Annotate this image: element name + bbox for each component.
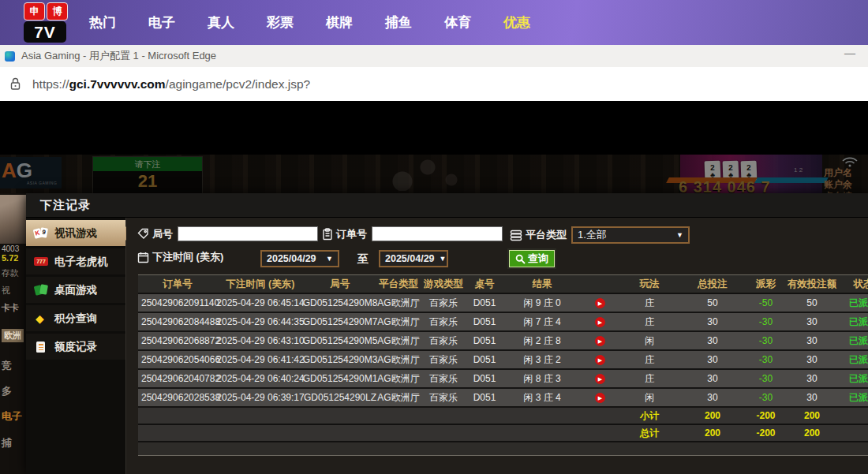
cell-platform-type: AG欧洲厅 — [376, 370, 421, 387]
cell-total-bet: 30 — [681, 332, 744, 349]
nav-item[interactable]: 优惠 — [503, 13, 530, 32]
cell-round-number: GD051254290M3 — [304, 351, 376, 368]
background-menu-item: 电子 — [2, 409, 22, 424]
sidebar-item[interactable]: 电子老虎机 — [26, 248, 125, 274]
cell-status: 已派彩 — [836, 294, 868, 312]
table-header-row: 订单号下注时间 (美东)局号平台类型游戏类型桌号结果玩法总投注派彩有效投注额状态 — [138, 275, 868, 294]
nav-item[interactable]: 热门 — [89, 13, 116, 32]
minimize-button[interactable]: — — [844, 47, 855, 59]
cell-game-type: 百家乐 — [421, 389, 466, 406]
background-menu-item: 卡卡 — [2, 302, 19, 314]
cell-play-type: 庄 — [618, 313, 681, 330]
cell-order-number: 250429062084488 — [138, 313, 217, 330]
column-header: 状态 — [836, 275, 868, 293]
column-header — [582, 275, 618, 293]
sidebar-item[interactable]: 视讯游戏 — [26, 220, 125, 246]
cell-status: 已派彩 — [836, 313, 868, 330]
table-footer-spacer — [138, 442, 868, 456]
cell-bet-time: 2025-04-29 06:40:24 — [217, 370, 304, 387]
sidebar-item-label: 积分查询 — [54, 312, 97, 326]
order-label: 订单号 — [336, 227, 367, 241]
address-bar[interactable]: https://gci.7vvvvvv.com/agingame/pcv2/in… — [0, 67, 868, 103]
sidebar-item-label: 视讯游戏 — [54, 226, 97, 241]
order-input[interactable] — [372, 226, 503, 241]
cell-game-type: 百家乐 — [421, 313, 466, 330]
cell-total-bet: 30 — [681, 313, 744, 330]
sidebar-item[interactable]: 额度记录 — [26, 334, 125, 360]
modal-sidebar: 视讯游戏 电子老虎机 桌面游戏 积分查询 额度记录 — [26, 218, 126, 474]
background-menu-item: 竞 — [2, 359, 12, 373]
cell-result: 闲 2 庄 8 — [503, 332, 582, 349]
cell-play-type: 闲 — [618, 389, 681, 406]
nav-item[interactable]: 捕鱼 — [385, 13, 412, 32]
table-body: 250429062091140 2025-04-29 06:45:14 GD05… — [138, 294, 868, 408]
sidebar-item-label: 电子老虎机 — [54, 255, 108, 269]
date-from-select[interactable]: 2025/04/29 ▼ — [260, 250, 339, 267]
column-header: 平台类型 — [376, 275, 421, 293]
cell-order-number: 250429062068872 — [138, 332, 217, 349]
background-menu-item: 5.72 — [2, 253, 18, 263]
search-button[interactable]: 查询 — [509, 250, 555, 267]
column-header: 总投注 — [681, 275, 744, 293]
platform-select[interactable]: 1.全部 ▼ — [571, 226, 690, 244]
date-from-value: 2025/04/29 — [267, 253, 316, 264]
cell-valid-bet: 30 — [788, 332, 836, 349]
replay-icon[interactable]: ▶ — [595, 336, 605, 346]
clipboard-icon — [322, 228, 333, 241]
diamond-icon — [34, 312, 48, 325]
column-header: 订单号 — [138, 275, 217, 293]
chevron-down-icon: ▼ — [440, 255, 447, 263]
nav-item[interactable]: 体育 — [444, 13, 471, 32]
cell-bet-time: 2025-04-29 06:45:14 — [217, 294, 304, 312]
replay-icon[interactable]: ▶ — [595, 298, 605, 308]
round-input[interactable] — [178, 226, 318, 241]
cell-round-number: GD051254290M8 — [304, 294, 376, 312]
table-row: 250429062040782 2025-04-29 06:40:24 GD05… — [138, 370, 868, 389]
bet-record-modal: 下注记录 视讯游戏 电子老虎机 桌面游戏 积分查询 额度记录 局号 — [26, 193, 868, 474]
sidebar-item[interactable]: 积分查询 — [26, 305, 125, 331]
cell-game-type: 百家乐 — [421, 370, 466, 387]
url-path: /agingame/pcv2/index.jsp? — [166, 77, 311, 91]
nav-item[interactable]: 电子 — [148, 13, 175, 32]
logo-badges: 申博 — [24, 2, 71, 21]
cell-table-number: D051 — [466, 313, 503, 330]
cell-total-bet: 30 — [681, 351, 744, 368]
cell-round-number: GD051254290M1 — [304, 370, 376, 387]
background-menu-item: 多 — [2, 384, 12, 398]
cell-order-number: 250429062091140 — [138, 294, 217, 312]
cell-table-number: D051 — [466, 294, 503, 312]
column-header: 局号 — [304, 275, 376, 293]
cell-table-number: D051 — [466, 351, 503, 368]
nav-item[interactable]: 真人 — [208, 13, 234, 32]
subtotal-valid: 200 — [788, 408, 836, 424]
replay-icon[interactable]: ▶ — [595, 355, 605, 365]
site-logo[interactable]: 申博 7V — [24, 2, 71, 43]
cell-valid-bet: 30 — [788, 389, 836, 406]
cell-round-number: GD051254290M5 — [304, 332, 376, 349]
cell-table-number: D051 — [466, 370, 503, 387]
background-menu-item: 欧洲 — [2, 329, 24, 342]
calendar-icon — [137, 252, 149, 263]
platform-label: 平台类型 — [526, 228, 567, 242]
replay-icon[interactable]: ▶ — [595, 317, 605, 327]
nav-item[interactable]: 棋牌 — [326, 13, 353, 32]
dealer-avatar — [0, 195, 26, 244]
nav-item[interactable]: 彩票 — [267, 13, 294, 32]
replay-icon[interactable]: ▶ — [595, 374, 605, 384]
cell-play-type: 闲 — [618, 332, 681, 349]
cell-replay: ▶ — [582, 370, 618, 387]
order-filter: 订单号 — [322, 226, 503, 241]
cell-replay: ▶ — [582, 313, 618, 330]
sidebar-item[interactable]: 桌面游戏 — [26, 277, 125, 303]
cell-platform-type: AG欧洲厅 — [376, 332, 421, 349]
date-to-select[interactable]: 2025/04/29 ▼ — [379, 250, 448, 267]
cell-replay: ▶ — [582, 294, 618, 312]
modal-title: 下注记录 — [40, 198, 91, 213]
replay-icon[interactable]: ▶ — [595, 393, 605, 403]
cell-platform-type: AG欧洲厅 — [376, 389, 421, 406]
url-text[interactable]: https://gci.7vvvvvv.com/agingame/pcv2/in… — [32, 77, 310, 91]
cell-total-bet: 50 — [681, 294, 744, 312]
casino-banner: A G ASIA GAMING 请下注 21 2♣2♣2♣ 6 314 046 … — [0, 155, 868, 193]
lock-icon[interactable] — [9, 77, 21, 91]
subtotal-bet: 200 — [681, 408, 744, 424]
